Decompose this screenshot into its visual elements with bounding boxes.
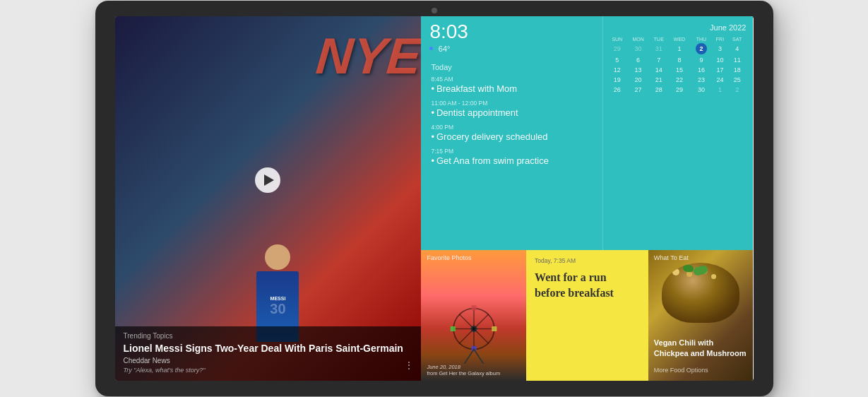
note-header: Today, 7:35 AM	[535, 257, 640, 264]
cal-week-4: 19 20 21 22 23 24 25	[607, 75, 747, 85]
bullet-2: •	[431, 107, 434, 118]
calendar-title: June 2022	[607, 23, 747, 32]
svg-line-7	[474, 329, 489, 344]
note-panel[interactable]: Today, 7:35 AM Went for a run before bre…	[526, 250, 648, 381]
video-options-icon[interactable]: ⋮	[404, 360, 414, 371]
photos-label: Favorite Photos	[427, 254, 471, 261]
events-panel[interactable]: Today 8:45 AM • Breakfast with Mom 11:00…	[421, 56, 602, 250]
svg-rect-13	[492, 326, 497, 331]
video-source: Cheddar News	[124, 357, 413, 365]
bullet-3: •	[431, 131, 434, 142]
event-item-4: 7:15 PM • Get Ana from swim practice	[431, 148, 592, 166]
event-title-1: • Breakfast with Mom	[431, 83, 592, 94]
svg-line-6	[459, 314, 474, 329]
video-title: Lionel Messi Signs Two-Year Deal With Pa…	[124, 342, 413, 355]
event-item-1: 8:45 AM • Breakfast with Mom	[431, 76, 592, 94]
cal-week-1: 29 30 31 1 2 3 4	[607, 42, 747, 55]
event-title-4: • Get Ana from swim practice	[431, 155, 592, 166]
bottom-widgets: Favorite Photos June 20, 2018 from Get H…	[421, 250, 753, 381]
svg-line-8	[474, 314, 489, 329]
today-label: Today	[431, 63, 592, 71]
photos-panel[interactable]: Favorite Photos June 20, 2018 from Get H…	[421, 250, 526, 381]
messi-head	[265, 244, 290, 270]
svg-line-15	[474, 349, 484, 364]
photo-date: June 20, 2018	[427, 364, 521, 370]
event-time-1: 8:45 AM	[431, 76, 592, 83]
play-button[interactable]	[255, 167, 280, 193]
event-item-3: 4:00 PM • Grocery delivery scheduled	[431, 124, 592, 142]
event-time-2: 11:00 AM - 12:00 PM	[431, 100, 592, 107]
photos-background: Favorite Photos June 20, 2018 from Get H…	[421, 250, 526, 381]
calendar-panel[interactable]: June 2022 SUN MON TUE WED THU FRI SAT	[602, 16, 754, 250]
clock-time: 8:03	[429, 20, 468, 42]
event-item-2: 11:00 AM - 12:00 PM • Dentist appointmen…	[431, 100, 592, 118]
food-more-options[interactable]: More Food Options	[654, 367, 748, 374]
video-info-bar: Trending Topics Lionel Messi Signs Two-Y…	[115, 326, 422, 381]
food-label: What To Eat	[654, 254, 689, 261]
svg-rect-12	[450, 326, 455, 331]
event-title-3: • Grocery delivery scheduled	[431, 131, 592, 142]
camera-dot	[432, 8, 437, 13]
right-panel: 8:03 64° Today 8:45 AM • Breakfast with …	[421, 16, 753, 381]
note-text: Went for a run before breakfast	[535, 270, 640, 302]
bullet-4: •	[431, 155, 434, 166]
video-alexa-hint: Try "Alexa, what's the story?"	[124, 367, 413, 374]
svg-line-9	[459, 329, 474, 344]
cal-week-3: 12 13 14 15 16 17 18	[607, 65, 747, 75]
weather-dot-icon	[429, 47, 433, 50]
bullet-1: •	[431, 83, 434, 94]
video-background: NYE MESSI 30 Tren	[115, 16, 422, 381]
cal-week-2: 5 6 7 8 9 10 11	[607, 55, 747, 65]
cal-week-5: 26 27 28 29 30 1 2	[607, 85, 747, 95]
food-panel[interactable]: What To Eat Vegan Chili with Chickpea an…	[648, 250, 754, 381]
event-time-3: 4:00 PM	[431, 124, 592, 131]
nye-banner: NYE	[314, 30, 421, 81]
ferris-wheel-illustration	[442, 300, 506, 367]
clock-display: 8:03 64°	[421, 16, 602, 56]
device-frame: NYE MESSI 30 Tren	[95, 1, 773, 396]
play-icon	[264, 174, 274, 186]
calendar-grid: SUN MON TUE WED THU FRI SAT 29	[607, 36, 747, 95]
event-time-4: 7:15 PM	[431, 148, 592, 155]
event-title-2: • Dentist appointment	[431, 107, 592, 118]
clock-weather: 64°	[439, 45, 451, 53]
food-background	[648, 250, 754, 381]
svg-line-14	[464, 349, 474, 364]
top-widgets: 8:03 64° Today 8:45 AM • Breakfast with …	[421, 16, 753, 250]
video-panel[interactable]: NYE MESSI 30 Tren	[115, 16, 422, 381]
trending-label: Trending Topics	[124, 332, 413, 340]
screen: NYE MESSI 30 Tren	[115, 16, 754, 381]
photo-album: from Get Her the Galaxy album	[427, 370, 521, 377]
photos-caption: June 20, 2018 from Get Her the Galaxy al…	[427, 364, 521, 377]
food-title: Vegan Chili with Chickpea and Mushroom	[654, 338, 748, 358]
svg-rect-10	[471, 305, 476, 310]
